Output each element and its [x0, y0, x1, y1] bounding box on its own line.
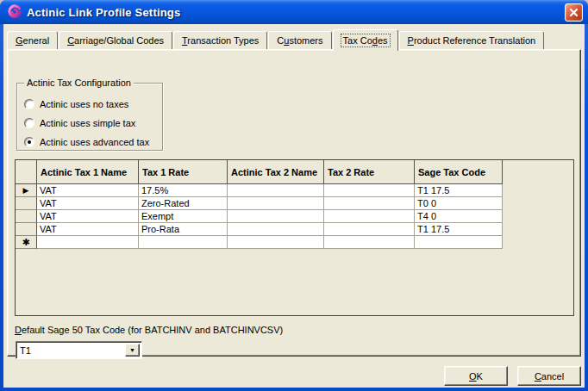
- grid-cell[interactable]: [228, 223, 324, 236]
- tax-codes-grid: Actinic Tax 1 Name Tax 1 Rate Actinic Ta…: [15, 159, 574, 316]
- row-selector-current[interactable]: ▶: [16, 184, 37, 197]
- close-button[interactable]: [565, 3, 583, 22]
- radio-option-advanced-tax[interactable]: Actinic uses advanced tax: [24, 136, 149, 148]
- grid-cell[interactable]: VAT: [37, 223, 139, 236]
- grid-cell[interactable]: VAT: [37, 184, 139, 197]
- cancel-button[interactable]: Cancel: [517, 366, 581, 386]
- grid-table: Actinic Tax 1 Name Tax 1 Rate Actinic Ta…: [16, 160, 573, 249]
- grid-cell[interactable]: T1 17.5: [415, 223, 503, 236]
- grid-cell[interactable]: VAT: [37, 197, 139, 210]
- dialog-client-area: General Carriage/Global Codes Transactio…: [3, 24, 585, 388]
- tab-customers[interactable]: Customers: [268, 31, 331, 49]
- radio-icon-selected[interactable]: [24, 137, 34, 147]
- column-header-tax2-rate[interactable]: Tax 2 Rate: [324, 160, 415, 184]
- default-tax-code-label: Default Sage 50 Tax Code (for BATCHINV a…: [15, 325, 283, 335]
- radio-icon[interactable]: [24, 118, 34, 128]
- chevron-down-icon: ▼: [129, 347, 135, 353]
- grid-cell[interactable]: T4 0: [415, 210, 503, 223]
- row-selector[interactable]: [16, 197, 37, 210]
- grid-cell[interactable]: [228, 197, 324, 210]
- grid-cell[interactable]: [324, 210, 415, 223]
- grid-cell[interactable]: Zero-Rated: [139, 197, 228, 210]
- groupbox-label: Actinic Tax Configuration: [24, 78, 134, 88]
- grid-cell[interactable]: VAT: [37, 210, 139, 223]
- column-header-sage-tax-code[interactable]: Sage Tax Code: [415, 160, 503, 184]
- grid-cell[interactable]: [228, 210, 324, 223]
- grid-cell[interactable]: [324, 223, 415, 236]
- window-title: Actinic Link Profile Settings: [27, 6, 565, 19]
- row-selector[interactable]: [16, 210, 37, 223]
- grid-cell[interactable]: Exempt: [139, 210, 228, 223]
- new-record-icon: ✱: [22, 237, 29, 248]
- grid-cell[interactable]: [415, 236, 503, 249]
- close-icon: [569, 8, 579, 17]
- grid-cell[interactable]: [324, 197, 415, 210]
- grid-cell[interactable]: [228, 236, 324, 249]
- grid-cell[interactable]: [324, 184, 415, 197]
- tab-tax-codes[interactable]: Tax Codes: [333, 29, 398, 51]
- column-header-actinic-tax1-name[interactable]: Actinic Tax 1 Name: [37, 160, 139, 184]
- default-tax-code-combobox[interactable]: T1 ▼: [16, 341, 142, 359]
- radio-option-simple-tax[interactable]: Actinic uses simple tax: [24, 117, 135, 129]
- tab-strip: General Carriage/Global Codes Transactio…: [7, 28, 545, 49]
- grid-corner-header: [16, 160, 37, 184]
- row-selector-new-record[interactable]: ✱: [16, 236, 37, 249]
- column-header-actinic-tax2-name[interactable]: Actinic Tax 2 Name: [228, 160, 324, 184]
- tab-transaction-types[interactable]: Transaction Types: [173, 31, 267, 49]
- grid-cell[interactable]: 17.5%: [139, 184, 228, 197]
- combobox-dropdown-button[interactable]: ▼: [125, 344, 140, 357]
- tab-page-tax-codes: Actinic Tax Configuration Actinic uses n…: [7, 49, 581, 357]
- tab-general[interactable]: General: [7, 31, 58, 49]
- current-row-icon: ▶: [23, 187, 29, 195]
- row-selector[interactable]: [16, 223, 37, 236]
- column-header-tax1-rate[interactable]: Tax 1 Rate: [139, 160, 228, 184]
- ok-button[interactable]: OK: [444, 366, 508, 386]
- grid-cell[interactable]: [37, 236, 139, 249]
- grid-cell[interactable]: T0 0: [415, 197, 503, 210]
- tax-configuration-groupbox: Actinic Tax Configuration Actinic uses n…: [16, 83, 163, 151]
- radio-icon[interactable]: [24, 99, 34, 109]
- grid-cell[interactable]: [228, 184, 324, 197]
- grid-cell[interactable]: Pro-Rata: [139, 223, 228, 236]
- dialog-window: Actinic Link Profile Settings General Ca…: [0, 0, 588, 391]
- tab-product-reference-translation[interactable]: Product Reference Translation: [399, 31, 545, 49]
- tab-carriage-global-codes[interactable]: Carriage/Global Codes: [59, 31, 172, 49]
- combobox-value: T1: [20, 345, 125, 356]
- radio-option-no-taxes[interactable]: Actinic uses no taxes: [24, 98, 128, 110]
- actinic-logo-icon: [7, 4, 22, 20]
- grid-cell[interactable]: [139, 236, 228, 249]
- titlebar[interactable]: Actinic Link Profile Settings: [0, 0, 588, 24]
- grid-cell[interactable]: T1 17.5: [415, 184, 503, 197]
- grid-cell[interactable]: [324, 236, 415, 249]
